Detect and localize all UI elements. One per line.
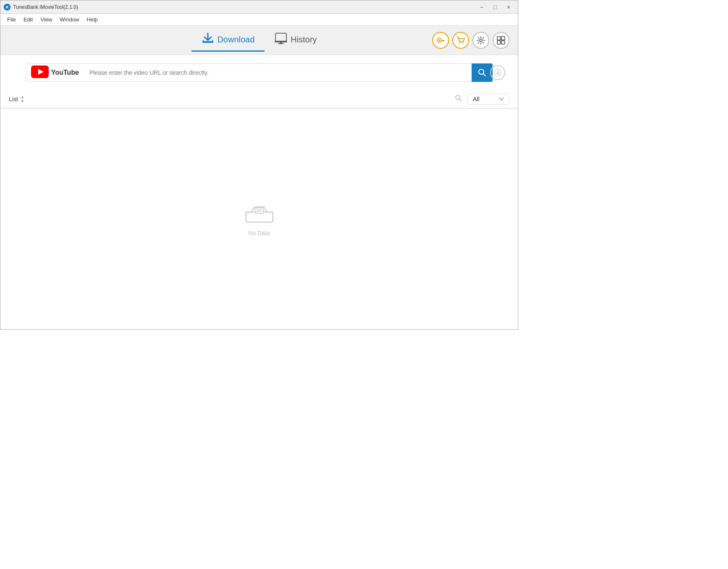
cart-button[interactable] (452, 32, 469, 49)
title-bar-left: TunesBank iMovieTool(2.1.0) (4, 4, 78, 10)
toolbar: Download History (0, 26, 518, 55)
no-data-icon (244, 199, 274, 226)
download-tab-label: Download (217, 35, 255, 45)
close-button[interactable]: × (503, 3, 514, 12)
grid-view-button[interactable] (493, 32, 509, 49)
platform-selector[interactable]: YouTube (26, 63, 84, 82)
list-header: List ▲ ▼ All (0, 90, 518, 108)
toolbar-actions (432, 32, 509, 49)
svg-rect-4 (275, 41, 287, 42)
key-button[interactable] (432, 32, 449, 49)
menu-view[interactable]: View (37, 15, 55, 24)
menu-window[interactable]: Window (56, 15, 82, 24)
download-tab-icon (201, 32, 214, 47)
search-button[interactable] (472, 63, 493, 82)
list-label-section[interactable]: List ▲ ▼ (9, 95, 24, 103)
svg-point-14 (480, 39, 482, 42)
tab-download[interactable]: Download (191, 29, 265, 52)
menu-help[interactable]: Help (83, 15, 102, 24)
svg-rect-15 (497, 37, 501, 40)
svg-rect-6 (278, 43, 284, 44)
settings-button[interactable] (472, 32, 489, 49)
list-search-icon[interactable] (455, 94, 462, 104)
window-controls: − □ × (476, 3, 514, 12)
filter-dropdown[interactable]: All (467, 94, 509, 105)
download-circle-icon (493, 68, 502, 77)
window-title: TunesBank iMovieTool(2.1.0) (13, 4, 78, 10)
sort-arrows-icon: ▲ ▼ (21, 95, 24, 103)
svg-point-12 (459, 42, 461, 43)
svg-rect-17 (497, 41, 501, 44)
title-bar: TunesBank iMovieTool(2.1.0) − □ × (0, 0, 518, 14)
download-status-indicator (490, 65, 505, 80)
minimize-button[interactable]: − (476, 3, 488, 12)
list-controls: All (455, 94, 509, 105)
svg-rect-27 (255, 208, 264, 214)
svg-line-22 (483, 74, 485, 76)
filter-selected-value: All (473, 96, 496, 102)
svg-point-21 (479, 69, 484, 74)
svg-point-8 (438, 39, 440, 41)
history-tab-icon (275, 32, 287, 47)
menu-file[interactable]: File (4, 15, 19, 24)
list-text: List (9, 96, 18, 102)
svg-rect-3 (276, 33, 287, 42)
maximize-button[interactable]: □ (489, 3, 501, 12)
app-icon (4, 4, 10, 10)
toolbar-tabs: Download History (191, 29, 327, 52)
history-tab-label: History (291, 35, 317, 45)
search-area: YouTube (0, 55, 518, 90)
url-search-input[interactable] (84, 63, 472, 82)
youtube-play-icon (31, 66, 49, 80)
tab-history[interactable]: History (265, 29, 327, 51)
content-area: No Data (0, 109, 518, 327)
menu-edit[interactable]: Edit (20, 15, 36, 24)
svg-line-25 (459, 99, 462, 101)
svg-point-13 (462, 42, 464, 43)
platform-label: YouTube (51, 69, 79, 76)
dropdown-chevron-icon (499, 97, 504, 101)
search-button-icon (478, 68, 486, 77)
svg-point-1 (6, 6, 8, 8)
svg-rect-18 (501, 41, 505, 44)
no-data-text: No Data (248, 230, 270, 236)
svg-rect-16 (501, 37, 505, 40)
menu-bar: File Edit View Window Help (0, 14, 518, 26)
